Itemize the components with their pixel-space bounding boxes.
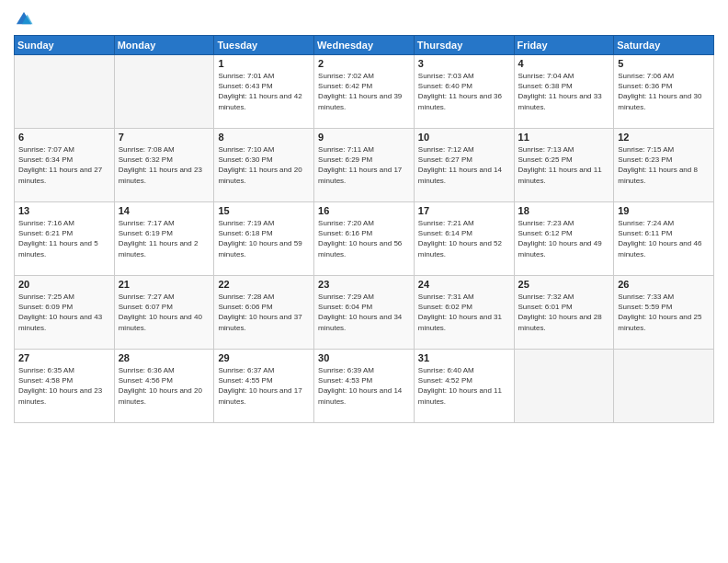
day-detail: Sunrise: 7:20 AMSunset: 6:16 PMDaylight:… (318, 218, 410, 259)
day-number: 3 (418, 58, 510, 69)
calendar-cell: 13Sunrise: 7:16 AMSunset: 6:21 PMDayligh… (15, 202, 115, 276)
logo (14, 9, 38, 29)
day-detail: Sunrise: 6:40 AMSunset: 4:52 PMDaylight:… (418, 365, 510, 407)
day-number: 16 (318, 205, 410, 216)
day-number: 6 (18, 132, 110, 143)
day-detail: Sunrise: 7:17 AMSunset: 6:19 PMDaylight:… (119, 218, 210, 259)
calendar-cell: 8Sunrise: 7:10 AMSunset: 6:30 PMDaylight… (214, 129, 314, 202)
calendar-cell: 23Sunrise: 7:29 AMSunset: 6:04 PMDayligh… (314, 276, 415, 350)
week-row-5: 27Sunrise: 6:35 AMSunset: 4:58 PMDayligh… (15, 350, 714, 423)
calendar-cell: 12Sunrise: 7:15 AMSunset: 6:23 PMDayligh… (614, 129, 714, 202)
calendar-cell: 25Sunrise: 7:32 AMSunset: 6:01 PMDayligh… (514, 276, 614, 350)
week-row-1: 1Sunrise: 7:01 AMSunset: 6:43 PMDaylight… (15, 55, 714, 129)
day-number: 27 (18, 352, 110, 363)
day-detail: Sunrise: 6:35 AMSunset: 4:58 PMDaylight:… (18, 365, 110, 407)
col-header-saturday: Saturday (614, 36, 714, 55)
calendar-cell (15, 55, 115, 129)
day-number: 26 (618, 279, 710, 290)
day-detail: Sunrise: 7:10 AMSunset: 6:30 PMDaylight:… (218, 144, 310, 186)
day-detail: Sunrise: 7:01 AMSunset: 6:43 PMDaylight:… (218, 71, 310, 112)
day-detail: Sunrise: 7:21 AMSunset: 6:14 PMDaylight:… (418, 218, 510, 259)
calendar-cell: 2Sunrise: 7:02 AMSunset: 6:42 PMDaylight… (314, 55, 415, 129)
day-detail: Sunrise: 7:16 AMSunset: 6:21 PMDaylight:… (18, 218, 110, 259)
week-row-4: 20Sunrise: 7:25 AMSunset: 6:09 PMDayligh… (15, 276, 714, 350)
day-detail: Sunrise: 7:28 AMSunset: 6:06 PMDaylight:… (218, 292, 310, 333)
calendar-cell: 17Sunrise: 7:21 AMSunset: 6:14 PMDayligh… (414, 202, 514, 276)
calendar-cell: 9Sunrise: 7:11 AMSunset: 6:29 PMDaylight… (314, 129, 415, 202)
calendar-cell: 22Sunrise: 7:28 AMSunset: 6:06 PMDayligh… (214, 276, 314, 350)
day-detail: Sunrise: 7:04 AMSunset: 6:38 PMDaylight:… (518, 71, 610, 112)
day-number: 9 (318, 132, 410, 143)
day-number: 20 (18, 279, 110, 290)
col-header-wednesday: Wednesday (314, 36, 415, 55)
day-detail: Sunrise: 7:08 AMSunset: 6:32 PMDaylight:… (119, 144, 210, 186)
calendar-cell: 30Sunrise: 6:39 AMSunset: 4:53 PMDayligh… (314, 350, 415, 423)
calendar-cell: 29Sunrise: 6:37 AMSunset: 4:55 PMDayligh… (214, 350, 314, 423)
day-detail: Sunrise: 7:11 AMSunset: 6:29 PMDaylight:… (318, 144, 410, 186)
day-detail: Sunrise: 7:32 AMSunset: 6:01 PMDaylight:… (518, 292, 610, 333)
calendar-cell: 27Sunrise: 6:35 AMSunset: 4:58 PMDayligh… (15, 350, 115, 423)
calendar-cell: 10Sunrise: 7:12 AMSunset: 6:27 PMDayligh… (414, 129, 514, 202)
calendar-cell: 4Sunrise: 7:04 AMSunset: 6:38 PMDaylight… (514, 55, 614, 129)
col-header-sunday: Sunday (15, 36, 115, 55)
day-number: 18 (518, 205, 610, 216)
day-number: 17 (418, 205, 510, 216)
calendar-cell: 31Sunrise: 6:40 AMSunset: 4:52 PMDayligh… (414, 350, 514, 423)
day-number: 5 (618, 58, 710, 69)
day-detail: Sunrise: 7:24 AMSunset: 6:11 PMDaylight:… (618, 218, 710, 259)
calendar-cell: 16Sunrise: 7:20 AMSunset: 6:16 PMDayligh… (314, 202, 415, 276)
day-number: 13 (18, 205, 110, 216)
calendar-cell: 14Sunrise: 7:17 AMSunset: 6:19 PMDayligh… (114, 202, 214, 276)
day-detail: Sunrise: 7:25 AMSunset: 6:09 PMDaylight:… (18, 292, 110, 333)
day-detail: Sunrise: 7:13 AMSunset: 6:25 PMDaylight:… (518, 144, 610, 186)
day-number: 12 (618, 132, 710, 143)
day-number: 11 (518, 132, 610, 143)
day-number: 21 (119, 279, 210, 290)
day-number: 2 (318, 58, 410, 69)
calendar-cell: 7Sunrise: 7:08 AMSunset: 6:32 PMDaylight… (114, 129, 214, 202)
col-header-monday: Monday (114, 36, 214, 55)
week-row-3: 13Sunrise: 7:16 AMSunset: 6:21 PMDayligh… (15, 202, 714, 276)
day-detail: Sunrise: 6:36 AMSunset: 4:56 PMDaylight:… (119, 365, 210, 407)
day-number: 8 (218, 132, 310, 143)
day-number: 7 (119, 132, 210, 143)
col-header-tuesday: Tuesday (214, 36, 314, 55)
day-number: 30 (318, 352, 410, 363)
day-number: 4 (518, 58, 610, 69)
col-header-thursday: Thursday (414, 36, 514, 55)
day-number: 23 (318, 279, 410, 290)
calendar-cell (114, 55, 214, 129)
calendar-cell: 18Sunrise: 7:23 AMSunset: 6:12 PMDayligh… (514, 202, 614, 276)
day-detail: Sunrise: 7:15 AMSunset: 6:23 PMDaylight:… (618, 144, 710, 186)
day-detail: Sunrise: 6:37 AMSunset: 4:55 PMDaylight:… (218, 365, 310, 407)
calendar-cell (514, 350, 614, 423)
week-row-2: 6Sunrise: 7:07 AMSunset: 6:34 PMDaylight… (15, 129, 714, 202)
calendar-header-row: SundayMondayTuesdayWednesdayThursdayFrid… (15, 36, 714, 55)
day-number: 24 (418, 279, 510, 290)
calendar-cell: 6Sunrise: 7:07 AMSunset: 6:34 PMDaylight… (15, 129, 115, 202)
logo-icon (14, 9, 34, 29)
calendar-cell (614, 350, 714, 423)
day-detail: Sunrise: 7:12 AMSunset: 6:27 PMDaylight:… (418, 144, 510, 186)
day-detail: Sunrise: 7:27 AMSunset: 6:07 PMDaylight:… (119, 292, 210, 333)
calendar-cell: 24Sunrise: 7:31 AMSunset: 6:02 PMDayligh… (414, 276, 514, 350)
day-number: 29 (218, 352, 310, 363)
day-number: 31 (418, 352, 510, 363)
day-number: 15 (218, 205, 310, 216)
day-detail: Sunrise: 7:31 AMSunset: 6:02 PMDaylight:… (418, 292, 510, 333)
day-detail: Sunrise: 7:03 AMSunset: 6:40 PMDaylight:… (418, 71, 510, 112)
calendar-cell: 15Sunrise: 7:19 AMSunset: 6:18 PMDayligh… (214, 202, 314, 276)
header (14, 9, 714, 29)
calendar-cell: 3Sunrise: 7:03 AMSunset: 6:40 PMDaylight… (414, 55, 514, 129)
day-number: 22 (218, 279, 310, 290)
day-detail: Sunrise: 7:29 AMSunset: 6:04 PMDaylight:… (318, 292, 410, 333)
day-detail: Sunrise: 7:33 AMSunset: 5:59 PMDaylight:… (618, 292, 710, 333)
day-number: 14 (119, 205, 210, 216)
day-number: 19 (618, 205, 710, 216)
calendar-cell: 21Sunrise: 7:27 AMSunset: 6:07 PMDayligh… (114, 276, 214, 350)
day-detail: Sunrise: 6:39 AMSunset: 4:53 PMDaylight:… (318, 365, 410, 407)
calendar-cell: 1Sunrise: 7:01 AMSunset: 6:43 PMDaylight… (214, 55, 314, 129)
day-number: 10 (418, 132, 510, 143)
calendar-cell: 5Sunrise: 7:06 AMSunset: 6:36 PMDaylight… (614, 55, 714, 129)
day-number: 25 (518, 279, 610, 290)
